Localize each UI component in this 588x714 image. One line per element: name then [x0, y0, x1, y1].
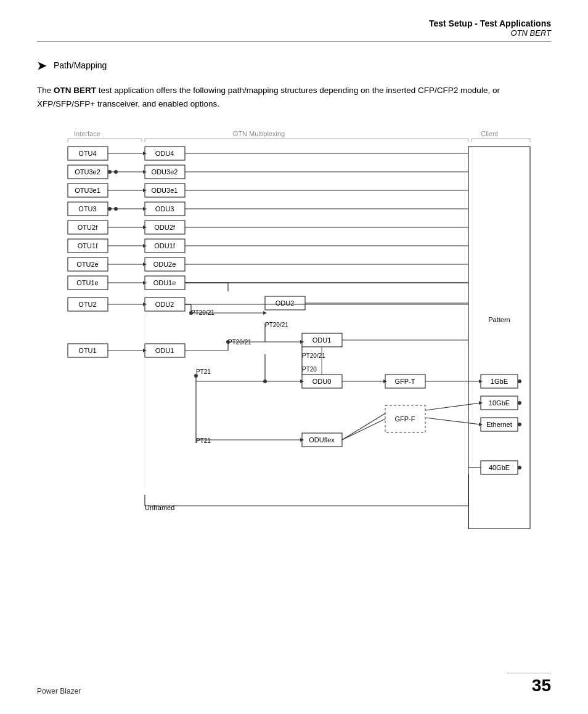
ethernet-label: Ethernet: [486, 421, 512, 428]
svg-point-33: [108, 170, 112, 174]
odu3-label: ODU3: [155, 205, 174, 213]
odu4-label: ODU4: [155, 150, 174, 157]
otu2e-label: OTU2e: [76, 261, 98, 268]
svg-point-99: [518, 423, 521, 426]
otu2f-label: OTU2f: [78, 224, 98, 231]
svg-point-95: [518, 401, 521, 405]
svg-line-110: [342, 419, 385, 440]
footer-left: Power Blazer: [37, 687, 81, 696]
svg-marker-66: [263, 311, 267, 315]
gfpt-label: GFP-T: [395, 378, 415, 385]
description: The OTN BERT test application offers the…: [37, 84, 551, 110]
header: Test Setup - Test Applications OTN BERT: [37, 18, 551, 42]
interface-label: Interface: [74, 130, 100, 137]
unframed-label: Unframed: [145, 504, 174, 511]
svg-point-39: [108, 207, 112, 211]
svg-point-77: [226, 340, 230, 344]
gfpf-label: GFP-F: [395, 415, 415, 423]
odu1-left-label: ODU1: [155, 347, 174, 354]
diagram-container: Interface OTN Multiplexing Client OTU4 O…: [37, 125, 551, 575]
pt2021-label2: PT20/21: [265, 322, 288, 328]
odu1f-label: ODU1f: [154, 242, 176, 249]
svg-point-34: [114, 170, 118, 174]
odu2f-label: ODU2f: [154, 224, 176, 231]
page: Test Setup - Test Applications OTN BERT …: [0, 0, 588, 714]
odu1e-label: ODU1e: [153, 279, 176, 286]
10gbe-label: 10GbE: [489, 399, 510, 407]
odu2-left-label: ODU2: [155, 301, 174, 308]
otu3e1-label: OTU3e1: [75, 187, 100, 194]
svg-line-109: [342, 413, 385, 440]
odu2e-label: ODU2e: [153, 261, 176, 268]
svg-point-103: [518, 466, 521, 469]
otu1f-label: OTU1f: [78, 242, 98, 249]
pt21-label2: PT21: [196, 437, 211, 444]
svg-point-84: [194, 374, 198, 378]
pattern-label: Pattern: [488, 316, 510, 323]
40gbe-label: 40GbE: [489, 464, 510, 471]
otu3-label: OTU3: [78, 205, 96, 213]
header-title: Test Setup - Test Applications: [37, 18, 551, 28]
client-label: Client: [481, 130, 498, 137]
pt21-label1: PT21: [196, 368, 211, 375]
bullet-title: Path/Mapping: [54, 60, 107, 70]
footer-right: 35: [507, 673, 551, 696]
otu3e2-label: OTU3e2: [75, 168, 100, 176]
desc-after: test application offers the following pa…: [37, 86, 500, 108]
pt2021-label4: PT20/21: [302, 352, 325, 359]
svg-point-85: [263, 379, 267, 383]
bullet-section: ➤ Path/Mapping: [37, 60, 551, 73]
desc-bold: OTN BERT: [54, 86, 96, 95]
otu4-label: OTU4: [78, 150, 96, 157]
odu0-label: ODU0: [312, 378, 332, 385]
bullet-arrow: ➤: [37, 59, 46, 73]
odu3e1-label: ODU3e1: [152, 187, 178, 194]
otu1e-label: OTU1e: [76, 279, 98, 286]
svg-point-91: [518, 379, 521, 383]
svg-point-67: [189, 311, 193, 315]
desc-before: The: [37, 86, 54, 95]
footer: Power Blazer 35: [37, 673, 551, 696]
otu2-label: OTU2: [78, 301, 96, 308]
oduflex-label: ODUflex: [309, 436, 335, 444]
pt20-label: PT20: [302, 366, 317, 373]
odu1-inner-label: ODU1: [312, 336, 332, 344]
1gbe-label: 1GbE: [491, 378, 508, 385]
otu1-label: OTU1: [78, 347, 96, 354]
diagram-svg: Interface OTN Multiplexing Client OTU4 O…: [37, 125, 551, 575]
odu2-inner-label: ODU2: [276, 299, 295, 307]
otn-label: OTN Multiplexing: [233, 130, 285, 137]
odu3e2-label: ODU3e2: [152, 168, 178, 176]
header-subtitle: OTN BERT: [37, 28, 551, 38]
svg-point-40: [114, 207, 118, 211]
